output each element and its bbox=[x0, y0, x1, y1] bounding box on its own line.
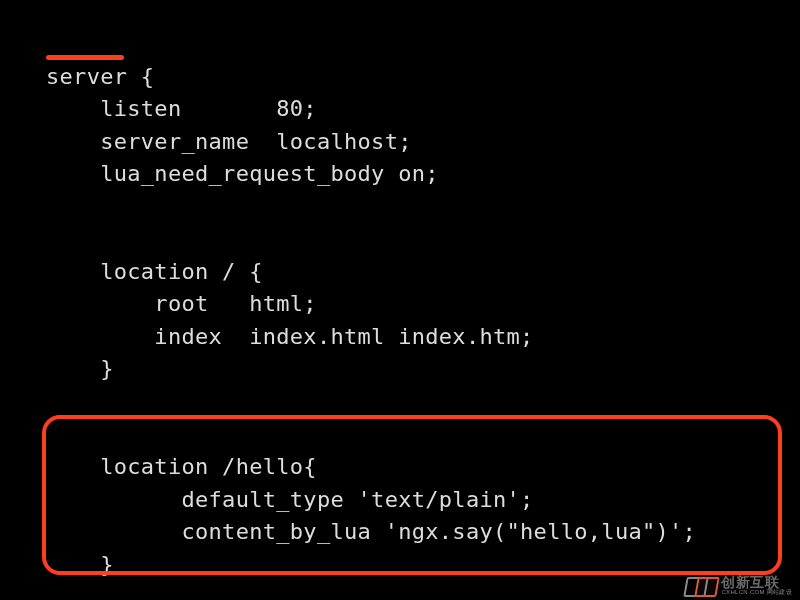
watermark-logo-icon bbox=[685, 574, 717, 596]
code-line: location / { bbox=[46, 259, 263, 284]
code-line: lua_need_request_body on; bbox=[46, 161, 439, 186]
code-line: } bbox=[46, 356, 114, 381]
code-line: root html; bbox=[46, 291, 317, 316]
code-line: index index.html index.htm; bbox=[46, 324, 534, 349]
watermark-text: 创新互联 CXHLCN.COM 网站建设 bbox=[721, 575, 792, 595]
code-line: server_name localhost; bbox=[46, 129, 412, 154]
server-underline-annotation bbox=[46, 55, 124, 60]
location-hello-highlight-box bbox=[42, 415, 782, 575]
watermark: 创新互联 CXHLCN.COM 网站建设 bbox=[685, 574, 792, 596]
code-line: listen 80; bbox=[46, 96, 317, 121]
code-line: server { bbox=[46, 64, 154, 89]
watermark-main-text: 创新互联 bbox=[721, 575, 792, 589]
watermark-sub-text: CXHLCN.COM 网站建设 bbox=[721, 589, 792, 595]
